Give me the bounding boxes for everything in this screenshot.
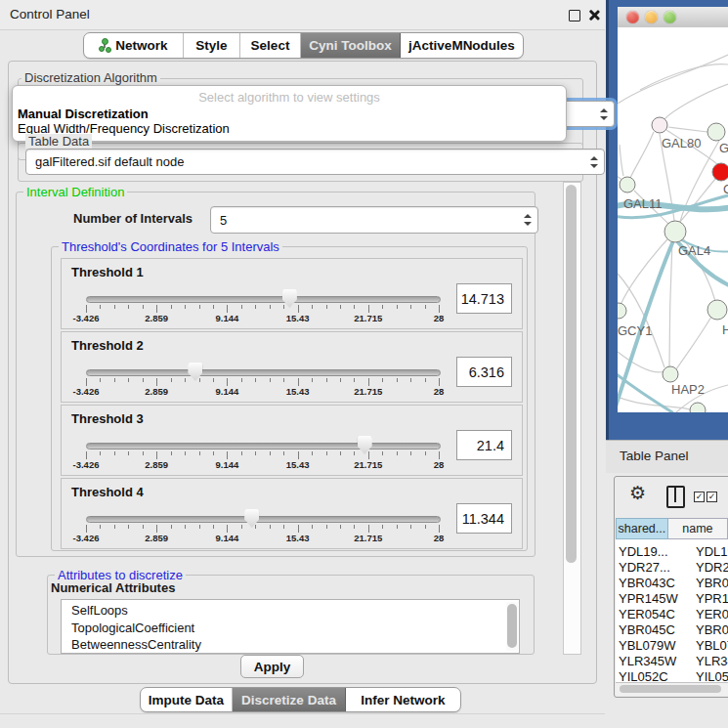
network-node-gcy1[interactable] <box>618 303 626 319</box>
threshold-value-field[interactable] <box>456 503 512 534</box>
control-panel-tab-bar: NetworkStyleSelectCyni ToolboxjActiveMNo… <box>83 32 524 59</box>
network-edge <box>676 317 711 369</box>
network-edge <box>618 352 664 372</box>
tab-infer-network[interactable]: Infer Network <box>346 688 460 711</box>
node-label: HAP2 <box>671 382 705 397</box>
cell-shared-name: YDL19... <box>619 544 693 559</box>
close-icon[interactable] <box>587 9 600 21</box>
threshold-slider-track[interactable] <box>86 443 441 450</box>
threshold-panel-3: Threshold 3-3.4262.8599.14415.4321.71528 <box>61 405 523 476</box>
attribute-list-item[interactable]: SelfLoops <box>62 602 519 620</box>
algorithm-dropdown-popup: Select algorithm to view settings Manual… <box>12 85 567 142</box>
threshold-label: Threshold 2 <box>71 338 144 353</box>
table-row[interactable]: YLR345WYLR345W <box>616 653 728 668</box>
tab-label: Style <box>195 38 227 53</box>
minimize-traffic-light-icon[interactable] <box>645 11 658 23</box>
network-edge <box>620 145 623 176</box>
table-row[interactable]: YBL079WYBL079W <box>616 637 728 653</box>
network-edge <box>618 274 664 367</box>
tab-select[interactable]: Select <box>240 33 301 58</box>
attribute-list-item[interactable]: TopologicalCoefficient <box>62 620 519 637</box>
network-node-red[interactable] <box>712 163 728 181</box>
table-header-row: shared... name <box>616 518 728 539</box>
threshold-panel-4: Threshold 4-3.4262.8599.14415.4321.71528 <box>61 478 523 549</box>
cell-name: YBL079W <box>696 638 728 653</box>
cell-name: YBR045C <box>696 622 728 637</box>
threshold-value-field[interactable] <box>456 357 512 387</box>
table-row[interactable]: YIL052CYIL052C <box>616 668 728 682</box>
threshold-slider-track[interactable] <box>86 369 441 376</box>
table-data-group-title: Table Data <box>25 134 92 149</box>
algorithm-popup-hint: Select algorithm to view settings <box>13 90 566 105</box>
scrollbar-thumb[interactable] <box>566 185 577 563</box>
screen: Control Panel NetworkStyleSelectCyni Too… <box>0 0 728 728</box>
table-horizontal-scrollbar[interactable] <box>616 682 728 696</box>
threshold-label: Threshold 1 <box>71 265 144 279</box>
network-edge <box>630 132 654 178</box>
float-window-icon[interactable] <box>569 10 580 21</box>
threshold-slider-track[interactable] <box>86 296 441 303</box>
table-checkbox-icons[interactable]: ✓ ✓ <box>694 492 717 502</box>
threshold-label: Threshold 4 <box>71 485 144 499</box>
tab-cyni-toolbox[interactable]: Cyni Toolbox <box>301 33 401 58</box>
table-row[interactable]: YPR145WYPR145W <box>616 590 728 606</box>
number-of-intervals-value: 5 <box>220 213 227 228</box>
combo-arrows-icon <box>600 108 607 120</box>
table-data-combo[interactable]: galFiltered.sif default node <box>25 149 605 175</box>
network-edge <box>669 242 672 366</box>
network-node-gal80[interactable] <box>652 117 667 133</box>
network-node-h[interactable] <box>707 300 727 320</box>
algorithm-option-2[interactable]: Equal Width/Frequency Discretization <box>17 121 563 136</box>
network-node-g[interactable] <box>707 123 725 141</box>
checkbox-icon[interactable]: ✓ <box>707 492 717 502</box>
zoom-traffic-light-icon[interactable] <box>664 11 676 23</box>
cell-name: YDR27 <box>696 560 728 575</box>
cell-name: YBR043C <box>696 576 728 590</box>
checkbox-icon[interactable]: ✓ <box>694 492 705 502</box>
network-node-gal11[interactable] <box>620 177 635 193</box>
tab-style[interactable]: Style <box>184 33 240 58</box>
table-row[interactable]: YBR045CYBR045C <box>616 621 728 637</box>
cell-shared-name: YER054C <box>619 607 693 621</box>
threshold-slider-track[interactable] <box>86 516 441 523</box>
tab-jactivemnodules[interactable]: jActiveMNodules <box>401 33 523 58</box>
attributes-list-scrollbar[interactable] <box>506 602 518 651</box>
table-panel-title: Table Panel <box>620 449 689 463</box>
panel-vertical-scrollbar[interactable] <box>563 182 581 655</box>
close-traffic-light-icon[interactable] <box>626 11 639 23</box>
network-node-hap2[interactable] <box>663 366 678 382</box>
network-node-gal4[interactable] <box>664 221 686 242</box>
table-row[interactable]: YER054CYER054C <box>616 606 728 621</box>
column-layout-icon[interactable] <box>666 486 685 508</box>
tab-label: jActiveMNodules <box>408 38 515 53</box>
table-row[interactable]: YDR27...YDR27 <box>616 559 728 575</box>
threshold-value-field[interactable] <box>456 430 512 460</box>
apply-button[interactable]: Apply <box>240 655 304 678</box>
divider <box>0 713 605 714</box>
network-node-n9[interactable] <box>690 403 706 412</box>
table-row[interactable]: YBR043CYBR043C <box>616 575 728 590</box>
tab-impute-data[interactable]: Impute Data <box>141 688 233 711</box>
interval-definition-group-title: Interval Definition <box>23 185 127 199</box>
tab-discretize-data[interactable]: Discretize Data <box>233 688 346 711</box>
network-edge <box>664 84 728 119</box>
cell-name: YLR345W <box>696 654 728 668</box>
table-settings-gear-icon[interactable]: ⚙ <box>629 484 646 502</box>
network-canvas[interactable]: GAL80GACGAL11GAL4GCY1HHAP2 <box>618 27 728 412</box>
node-label: GCY1 <box>618 323 652 338</box>
column-header-shared-name[interactable]: shared... <box>616 518 668 539</box>
numerical-attributes-list[interactable]: SelfLoopsTopologicalCoefficientBetweenne… <box>61 599 520 654</box>
tab-label: Cyni Toolbox <box>309 38 392 53</box>
threshold-value-field[interactable] <box>456 283 512 314</box>
node-label: GAL4 <box>678 243 710 258</box>
slider-tick-labels: -3.4262.8599.14415.4321.71528 <box>86 459 440 471</box>
tab-network[interactable]: Network <box>84 33 184 58</box>
number-of-intervals-combo[interactable]: 5 <box>210 206 538 234</box>
table-row[interactable]: YDL19...YDL19 <box>616 543 728 559</box>
column-header-name[interactable]: name <box>668 518 728 539</box>
scrollbar-thumb[interactable] <box>620 685 721 693</box>
network-window-titlebar[interactable] <box>618 7 728 28</box>
cell-name: YDL19 <box>696 544 728 559</box>
algorithm-option-1[interactable]: Manual Discretization <box>17 107 563 121</box>
attribute-list-item[interactable]: BetweennessCentrality <box>62 636 519 654</box>
